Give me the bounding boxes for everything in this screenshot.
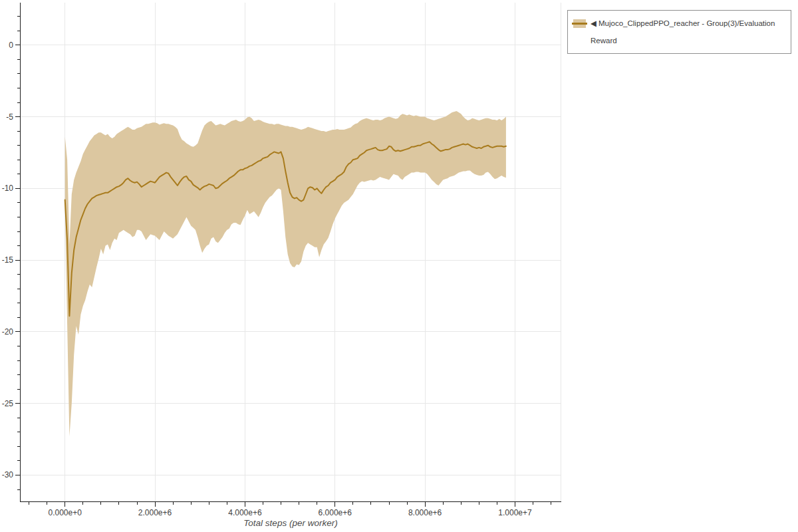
legend: ◀ Mujoco_ClippedPPO_reacher - Group(3)/E… [567, 10, 791, 54]
legend-swatch-line [572, 23, 587, 25]
x-axis-title: Total steps (per worker) [0, 518, 581, 528]
y-tick-label: -10 [2, 184, 14, 193]
y-tick-label: -20 [2, 327, 14, 336]
y-tick-label: -15 [2, 255, 14, 265]
y-tick-label: -25 [2, 399, 14, 408]
legend-label: ◀ Mujoco_ClippedPPO_reacher - Group(3)/E… [591, 15, 775, 49]
legend-label-line2: Reward [591, 32, 775, 49]
y-tick-label: 0 [9, 41, 13, 50]
x-tick-label: 6.000e+6 [319, 508, 352, 517]
reward-chart[interactable]: 0.000e+02.000e+64.000e+66.000e+68.000e+6… [0, 0, 798, 532]
x-tick-label: 8.000e+6 [408, 508, 442, 517]
legend-swatch-band [573, 19, 586, 28]
y-tick-label: -5 [6, 112, 13, 122]
y-tick-labels: 0-5-10-15-20-25-30 [2, 41, 14, 480]
x-tick-labels: 0.000e+02.000e+64.000e+66.000e+68.000e+6… [49, 508, 533, 517]
x-tick-label: 0.000e+0 [49, 508, 82, 517]
confidence-band [65, 111, 506, 436]
legend-label-line1: ◀ Mujoco_ClippedPPO_reacher - Group(3)/E… [591, 15, 775, 32]
dashboard-canvas: 0.000e+02.000e+64.000e+66.000e+68.000e+6… [0, 0, 798, 532]
x-tick-label: 1.000e+7 [498, 508, 532, 517]
legend-entry[interactable]: ◀ Mujoco_ClippedPPO_reacher - Group(3)/E… [573, 15, 785, 49]
y-tick-label: -30 [2, 470, 14, 479]
x-tick-label: 4.000e+6 [228, 508, 262, 517]
x-tick-label: 2.000e+6 [138, 508, 172, 517]
